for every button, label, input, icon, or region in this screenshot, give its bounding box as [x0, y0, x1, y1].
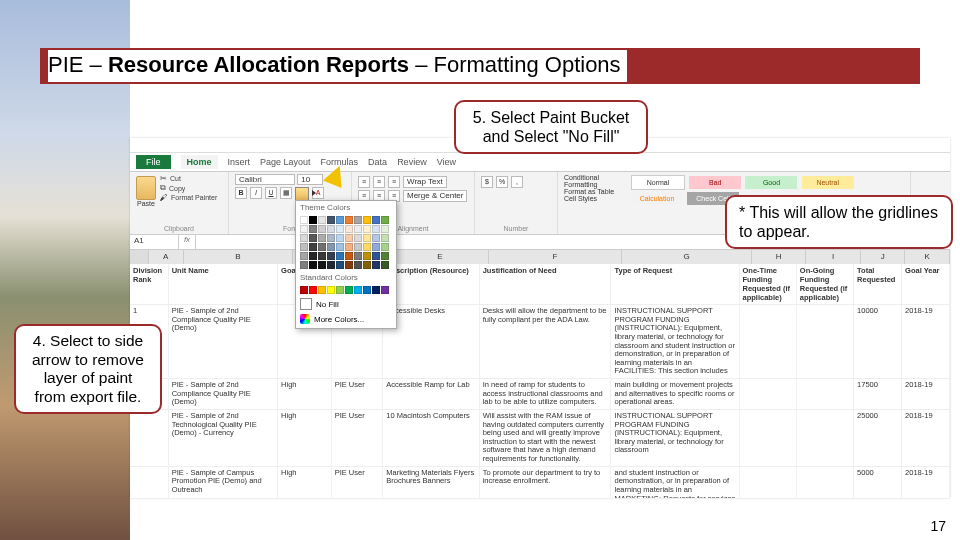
- color-swatch[interactable]: [336, 234, 344, 242]
- color-swatch[interactable]: [309, 261, 317, 269]
- color-swatch[interactable]: [381, 225, 389, 233]
- copy-button[interactable]: Copy: [160, 183, 217, 193]
- color-swatch[interactable]: [345, 252, 353, 260]
- color-swatch[interactable]: [327, 286, 335, 294]
- color-swatch[interactable]: [327, 261, 335, 269]
- align-top[interactable]: ≡: [358, 176, 370, 188]
- color-swatch[interactable]: [336, 216, 344, 224]
- border-button[interactable]: ▦: [280, 187, 292, 199]
- color-swatch[interactable]: [372, 216, 380, 224]
- color-swatch[interactable]: [309, 286, 317, 294]
- color-swatch[interactable]: [318, 243, 326, 251]
- col-letter[interactable]: J: [861, 250, 906, 264]
- format-painter-button[interactable]: Format Painter: [160, 193, 217, 202]
- bold-button[interactable]: B: [235, 187, 247, 199]
- color-swatch[interactable]: [381, 286, 389, 294]
- color-swatch[interactable]: [363, 216, 371, 224]
- color-swatch[interactable]: [363, 225, 371, 233]
- color-swatch[interactable]: [318, 252, 326, 260]
- style-good[interactable]: Good: [745, 176, 797, 189]
- color-swatch[interactable]: [354, 234, 362, 242]
- color-swatch[interactable]: [336, 243, 344, 251]
- align-mid[interactable]: ≡: [373, 176, 385, 188]
- color-swatch[interactable]: [336, 261, 344, 269]
- cell-styles-button[interactable]: Cell Styles: [564, 195, 624, 202]
- color-swatch[interactable]: [363, 286, 371, 294]
- color-swatch[interactable]: [327, 216, 335, 224]
- color-swatch[interactable]: [354, 286, 362, 294]
- table-row[interactable]: PIE - Sample of 2nd Compliance Quality P…: [130, 379, 950, 410]
- more-colors-option[interactable]: More Colors...: [296, 312, 396, 326]
- color-swatch[interactable]: [309, 252, 317, 260]
- fx-icon[interactable]: fx: [179, 235, 196, 249]
- color-swatch[interactable]: [318, 286, 326, 294]
- color-swatch[interactable]: [318, 225, 326, 233]
- table-row[interactable]: 1PIE - Sample of 2nd Compliance Quality …: [130, 305, 950, 379]
- color-swatch[interactable]: [309, 225, 317, 233]
- cut-button[interactable]: Cut: [160, 174, 217, 183]
- color-swatch[interactable]: [372, 286, 380, 294]
- spreadsheet-grid[interactable]: Division Rank Unit Name Goal Name Descri…: [130, 264, 950, 498]
- table-row[interactable]: PIE - Sample of 2nd Technological Qualit…: [130, 410, 950, 467]
- color-swatch[interactable]: [336, 286, 344, 294]
- percent-button[interactable]: %: [496, 176, 508, 188]
- color-swatch[interactable]: [372, 234, 380, 242]
- col-letter[interactable]: I: [806, 250, 860, 264]
- color-swatch[interactable]: [336, 225, 344, 233]
- color-swatch[interactable]: [354, 243, 362, 251]
- merge-center-button[interactable]: Merge & Center: [403, 190, 467, 202]
- color-swatch[interactable]: [300, 286, 308, 294]
- style-calc[interactable]: Calculation: [631, 192, 683, 205]
- tab-view[interactable]: View: [437, 157, 456, 167]
- font-name-select[interactable]: Calibri: [235, 174, 295, 185]
- fill-color-button[interactable]: [295, 187, 309, 201]
- color-swatch[interactable]: [345, 243, 353, 251]
- color-swatch[interactable]: [372, 243, 380, 251]
- color-swatch[interactable]: [327, 225, 335, 233]
- format-table-button[interactable]: Format as Table: [564, 188, 624, 195]
- table-row[interactable]: PIE - Sample of Campus Promotion PIE (De…: [130, 467, 950, 498]
- col-letter[interactable]: G: [622, 250, 752, 264]
- color-swatch[interactable]: [318, 216, 326, 224]
- underline-button[interactable]: U: [265, 187, 277, 199]
- align-bot[interactable]: ≡: [388, 176, 400, 188]
- color-swatch[interactable]: [354, 225, 362, 233]
- color-swatch[interactable]: [354, 261, 362, 269]
- tab-review[interactable]: Review: [397, 157, 427, 167]
- color-swatch[interactable]: [345, 234, 353, 242]
- color-swatch[interactable]: [300, 252, 308, 260]
- italic-button[interactable]: I: [250, 187, 262, 199]
- color-swatch[interactable]: [327, 252, 335, 260]
- style-normal[interactable]: Normal: [631, 175, 685, 190]
- color-swatch[interactable]: [372, 261, 380, 269]
- color-swatch[interactable]: [336, 252, 344, 260]
- color-swatch[interactable]: [318, 234, 326, 242]
- color-swatch[interactable]: [300, 225, 308, 233]
- color-swatch[interactable]: [309, 234, 317, 242]
- color-swatch[interactable]: [300, 243, 308, 251]
- color-swatch[interactable]: [345, 216, 353, 224]
- style-neutral[interactable]: Neutral: [802, 176, 854, 189]
- col-letter[interactable]: F: [489, 250, 623, 264]
- color-swatch[interactable]: [381, 216, 389, 224]
- tab-data[interactable]: Data: [368, 157, 387, 167]
- color-swatch[interactable]: [372, 252, 380, 260]
- tab-insert[interactable]: Insert: [228, 157, 251, 167]
- col-letter[interactable]: B: [184, 250, 294, 264]
- name-box[interactable]: A1: [130, 235, 179, 249]
- color-swatch[interactable]: [345, 261, 353, 269]
- paste-icon[interactable]: [136, 176, 156, 200]
- tab-file[interactable]: File: [136, 155, 171, 169]
- color-swatch[interactable]: [300, 216, 308, 224]
- conditional-formatting-button[interactable]: Conditional Formatting: [564, 174, 624, 188]
- color-swatch[interactable]: [345, 286, 353, 294]
- color-swatch[interactable]: [300, 234, 308, 242]
- color-swatch[interactable]: [318, 261, 326, 269]
- col-letter[interactable]: K: [905, 250, 950, 264]
- style-bad[interactable]: Bad: [689, 176, 741, 189]
- font-size-select[interactable]: 10: [297, 174, 323, 185]
- color-swatch[interactable]: [363, 234, 371, 242]
- color-swatch[interactable]: [363, 261, 371, 269]
- comma-button[interactable]: ,: [511, 176, 523, 188]
- no-fill-option[interactable]: No Fill: [296, 296, 396, 312]
